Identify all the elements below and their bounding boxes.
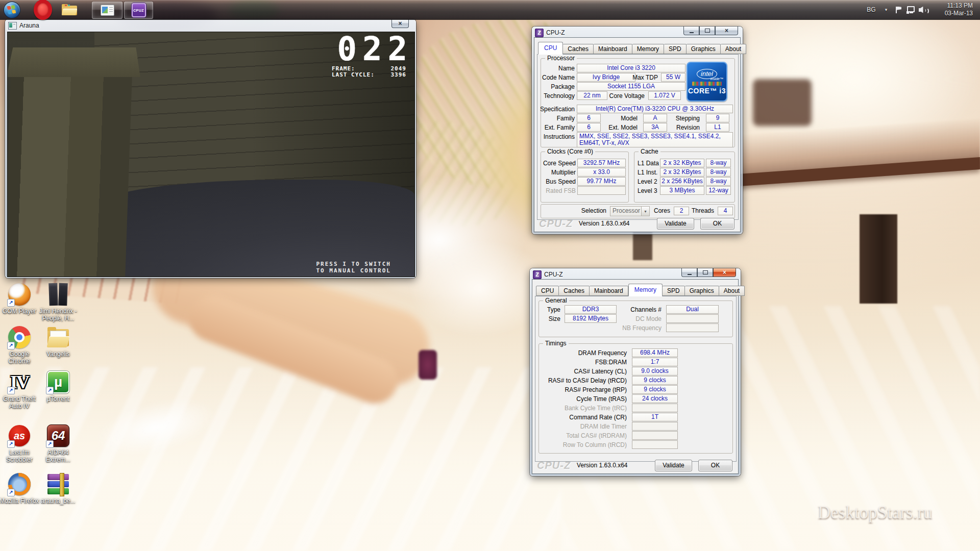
action-center-flag-icon[interactable] bbox=[893, 2, 903, 18]
tras-label: Cycle Time (tRAS) bbox=[576, 395, 627, 403]
tab-graphics[interactable]: Graphics bbox=[685, 286, 719, 296]
taskbar-item-arauna[interactable] bbox=[92, 2, 122, 19]
dram-idle-label: DRAM Idle Timer bbox=[580, 423, 627, 430]
level3-way-field: 12-way bbox=[706, 186, 731, 195]
arauna-titlebar[interactable]: Arauna bbox=[8, 21, 413, 30]
intel-inside-text: inside™ bbox=[710, 77, 723, 81]
cpuz1-minimize-button[interactable] bbox=[683, 27, 699, 35]
nb-frequency-field bbox=[666, 323, 719, 332]
row-to-column-field bbox=[632, 440, 678, 449]
dc-mode-field bbox=[666, 314, 719, 323]
timings-group: Timings DRAM Frequency 698.4 MHz FSB:DRA… bbox=[538, 343, 733, 454]
tab-memory[interactable]: Memory bbox=[632, 44, 664, 54]
taskbar-item-cpuz[interactable]: CPUZ bbox=[124, 2, 153, 19]
desktop-icon-firefox[interactable]: Mozilla Firefox bbox=[0, 472, 41, 505]
cpuz-logo: CPU-Z bbox=[537, 460, 571, 471]
desktop-icon-gom-player[interactable]: GOM Player bbox=[0, 282, 41, 315]
processor-group-label: Processor bbox=[545, 55, 577, 62]
tras-field: 24 clocks bbox=[632, 394, 678, 403]
frame-stats: FRAME:2049 LAST CYCLE:3396 bbox=[332, 66, 406, 78]
version-text: Version 1.63.0.x64 bbox=[579, 220, 629, 227]
desktop-icon-lastfm[interactable]: as Last.fm Scrobbler bbox=[0, 423, 41, 463]
tab-graphics[interactable]: Graphics bbox=[687, 44, 721, 54]
core-voltage-label: Core Voltage bbox=[609, 92, 645, 99]
ok-button[interactable]: OK bbox=[698, 460, 732, 471]
taskbar-item-opera[interactable] bbox=[34, 2, 52, 18]
cpuz1-maximize-button[interactable] bbox=[699, 27, 715, 35]
validate-button[interactable]: Validate bbox=[655, 460, 692, 471]
tab-about[interactable]: About bbox=[721, 44, 746, 54]
cpu-name-field: Intel Core i3 3220 bbox=[577, 64, 685, 72]
tab-about[interactable]: About bbox=[719, 286, 745, 296]
winrar-archive-icon bbox=[46, 472, 70, 496]
total-cas-field bbox=[632, 431, 678, 440]
desktop-icon-utorrent[interactable]: µ µTorrent bbox=[37, 370, 80, 403]
technology-field: 22 nm bbox=[577, 91, 607, 100]
cpuz1-client: CPU Caches Mainboard Memory SPD Graphics… bbox=[534, 37, 741, 232]
tab-spd[interactable]: SPD bbox=[663, 286, 685, 296]
cas-latency-field: 9.0 clocks bbox=[632, 367, 678, 375]
start-button[interactable] bbox=[3, 2, 20, 18]
core-voltage-field: 1.072 V bbox=[648, 91, 681, 100]
cpuz2-close-button[interactable]: × bbox=[713, 268, 736, 277]
language-indicator[interactable]: BG bbox=[865, 2, 878, 18]
threads-label: Threads bbox=[692, 207, 714, 214]
trp-label: RAS# Precharge (tRP) bbox=[565, 386, 627, 393]
network-icon[interactable] bbox=[905, 2, 916, 18]
cpuz1-footer: CPU-Z Version 1.63.0.x64 Validate OK bbox=[537, 216, 738, 231]
tab-mainboard[interactable]: Mainboard bbox=[594, 44, 632, 54]
arauna-app-icon bbox=[8, 22, 17, 30]
level2-size-field: 2 x 256 KBytes bbox=[660, 177, 704, 186]
fsb-dram-field: 1:7 bbox=[632, 358, 678, 366]
tab-caches[interactable]: Caches bbox=[559, 286, 590, 296]
cores-label: Cores bbox=[654, 207, 670, 214]
size-label: Size bbox=[549, 315, 560, 322]
icon-label: µTorrent bbox=[47, 395, 69, 403]
desktop-icon-arauna-archive[interactable]: arauna_be... bbox=[37, 472, 80, 505]
cpuz1-close-button[interactable]: × bbox=[715, 27, 738, 35]
l1-inst-way-field: 8-way bbox=[706, 168, 731, 177]
clock-time: 11:13 PM bbox=[947, 2, 973, 10]
taskbar-item-explorer[interactable] bbox=[59, 2, 80, 18]
volume-icon[interactable] bbox=[917, 2, 928, 18]
tab-memory[interactable]: Memory bbox=[628, 284, 663, 296]
cpuz2-maximize-button[interactable] bbox=[697, 268, 713, 277]
cpuz1-title: CPU-Z bbox=[546, 29, 565, 36]
cpuz-logo: CPU-Z bbox=[539, 218, 573, 230]
dram-frequency-field: 698.4 MHz bbox=[632, 348, 678, 357]
cpuz1-tab-strip: CPU Caches Mainboard Memory SPD Graphics… bbox=[538, 42, 746, 54]
total-cas-label: Total CAS# (tRDRAM) bbox=[566, 432, 627, 439]
windows-logo-icon bbox=[4, 2, 20, 18]
firefox-icon bbox=[7, 472, 32, 496]
cpuz2-minimize-button[interactable] bbox=[681, 268, 697, 277]
trcd-label: RAS# to CAS# Delay (tRCD) bbox=[548, 377, 627, 384]
arauna-close-button[interactable]: × bbox=[391, 19, 409, 28]
memory-tab-page: General Type DDR3 Channels # Dual Size 8… bbox=[535, 296, 737, 462]
processor-select[interactable]: Processor #1 ▾ bbox=[610, 206, 650, 216]
desktop-icon-aida64[interactable]: 64 AIDA64 Extrem... bbox=[37, 423, 80, 463]
chip-graphic bbox=[692, 82, 722, 86]
tab-mainboard[interactable]: Mainboard bbox=[590, 286, 628, 296]
trp-field: 9 clocks bbox=[632, 385, 678, 394]
show-hidden-icons-chevron[interactable]: ▾ bbox=[881, 2, 891, 18]
cas-latency-label: CAS# Latency (CL) bbox=[574, 368, 627, 375]
icon-label: Mozilla Firefox bbox=[0, 497, 39, 505]
tab-cpu[interactable]: CPU bbox=[538, 42, 563, 55]
tab-spd[interactable]: SPD bbox=[664, 44, 687, 54]
desktop-icon-gta-iv[interactable]: IV Grand Theft Auto IV bbox=[0, 370, 41, 410]
tab-cpu[interactable]: CPU bbox=[536, 286, 559, 296]
timings-group-label: Timings bbox=[543, 340, 569, 347]
trcd-field: 9 clocks bbox=[632, 376, 678, 385]
general-group-label: General bbox=[543, 297, 569, 304]
aida64-icon: 64 bbox=[46, 423, 70, 448]
memory-type-field: DDR3 bbox=[565, 305, 617, 314]
gom-player-icon bbox=[7, 282, 32, 307]
tab-caches[interactable]: Caches bbox=[563, 44, 594, 54]
desktop-icon-vangelis[interactable]: Vangelis bbox=[37, 325, 80, 358]
icon-label: Google Chrome bbox=[0, 350, 41, 365]
validate-button[interactable]: Validate bbox=[657, 218, 694, 230]
desktop-icon-jimi-hendrix[interactable]: Jimi Hendrix - People, H... bbox=[37, 282, 80, 322]
desktop-icon-google-chrome[interactable]: Google Chrome bbox=[0, 325, 41, 365]
ok-button[interactable]: OK bbox=[700, 218, 734, 230]
taskbar-clock[interactable]: 11:13 PM 03-Mar-13 bbox=[933, 1, 973, 18]
